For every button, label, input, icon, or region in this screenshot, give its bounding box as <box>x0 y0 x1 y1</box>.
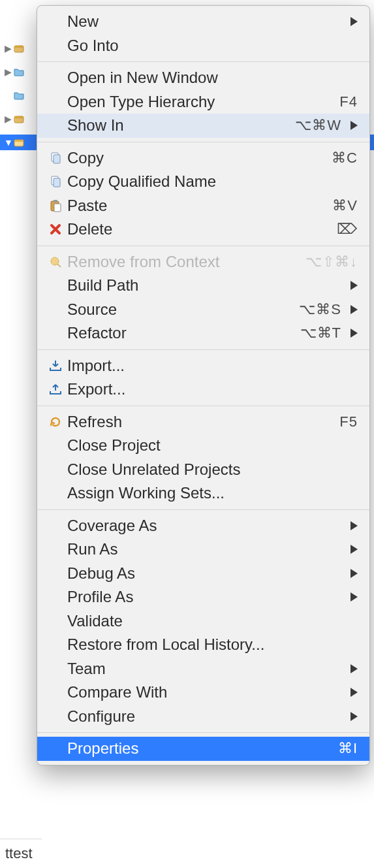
submenu-arrow-icon <box>351 569 358 578</box>
menu-item-label: Build Path <box>67 278 341 293</box>
menu-show-in[interactable]: Show In ⌥⌘W <box>37 114 369 138</box>
menu-properties[interactable]: Properties ⌘I <box>37 737 369 761</box>
refresh-icon <box>46 414 65 430</box>
blank-icon <box>46 661 65 677</box>
shortcut-label: ⌥⌘S <box>299 302 341 317</box>
menu-source[interactable]: Source ⌥⌘S <box>37 298 369 322</box>
menu-item-label: Show In <box>67 118 290 133</box>
tab-label: ttest <box>5 845 33 862</box>
menu-item-label: Validate <box>67 613 358 629</box>
submenu-arrow-icon <box>351 17 358 26</box>
menu-close-project[interactable]: Close Project <box>37 434 369 458</box>
menu-item-label: Export... <box>67 381 358 397</box>
blank-icon <box>46 438 65 453</box>
editor-tab[interactable]: ttest <box>0 839 42 868</box>
blank-icon <box>46 325 65 341</box>
blank-icon <box>46 709 65 724</box>
export-icon <box>46 381 65 397</box>
blank-icon <box>46 684 65 700</box>
disclosure-triangle-icon[interactable]: ▶ <box>4 67 12 77</box>
menu-item-label: Refresh <box>67 414 334 430</box>
paste-icon <box>46 198 65 214</box>
menu-go-into[interactable]: Go Into <box>37 34 369 58</box>
blank-icon <box>46 278 65 293</box>
blank-icon <box>46 94 65 110</box>
menu-item-label: Go Into <box>67 38 358 54</box>
menu-item-label: Team <box>67 661 341 677</box>
shortcut-label: ⌘V <box>332 199 358 213</box>
svg-rect-3 <box>14 116 23 118</box>
menu-paste[interactable]: Paste ⌘V <box>37 194 369 218</box>
menu-build-path[interactable]: Build Path <box>37 274 369 298</box>
blank-icon <box>46 118 65 133</box>
shortcut-label: ⌥⌘W <box>295 118 341 133</box>
blank-icon <box>46 518 65 534</box>
menu-close-unrelated-projects[interactable]: Close Unrelated Projects <box>37 458 369 482</box>
submenu-arrow-icon <box>351 329 358 338</box>
disclosure-triangle-icon[interactable]: ▶ <box>4 43 12 54</box>
menu-item-label: Profile As <box>67 589 341 605</box>
svg-rect-11 <box>54 200 57 202</box>
menu-open-new-window[interactable]: Open in New Window <box>37 66 369 90</box>
menu-import[interactable]: Import... <box>37 354 369 378</box>
delete-icon <box>46 221 65 237</box>
menu-delete[interactable]: Delete ⌦ <box>37 217 369 242</box>
blank-icon <box>46 38 65 54</box>
menu-validate[interactable]: Validate <box>37 609 369 634</box>
copy-icon <box>46 150 65 166</box>
menu-restore-from-history[interactable]: Restore from Local History... <box>37 633 369 657</box>
shortcut-label: F4 <box>339 95 358 109</box>
menu-separator <box>37 349 369 350</box>
menu-copy-qualified-name[interactable]: Copy Qualified Name <box>37 170 369 194</box>
menu-item-label: Compare With <box>67 684 341 700</box>
project-tree: ▶ ▶ ▶ ▶ ▼ <box>0 0 39 868</box>
shortcut-label: ⌘C <box>332 151 358 165</box>
blank-icon <box>46 741 65 756</box>
submenu-arrow-icon <box>351 281 358 290</box>
disclosure-triangle-icon[interactable]: ▼ <box>4 137 12 148</box>
menu-item-label: New <box>67 14 341 29</box>
submenu-arrow-icon <box>351 688 358 697</box>
package-icon <box>13 137 25 148</box>
blank-icon <box>46 589 65 605</box>
menu-compare-with[interactable]: Compare With <box>37 681 369 705</box>
menu-profile-as[interactable]: Profile As <box>37 585 369 609</box>
blank-icon <box>46 70 65 86</box>
disclosure-triangle-icon[interactable]: ▶ <box>4 114 12 124</box>
menu-copy[interactable]: Copy ⌘C <box>37 146 369 170</box>
menu-export[interactable]: Export... <box>37 378 369 402</box>
menu-separator <box>37 61 369 62</box>
submenu-arrow-icon <box>351 592 358 602</box>
menu-item-label: Run As <box>67 541 341 557</box>
shortcut-label: ⌦ <box>337 222 358 236</box>
blank-icon <box>46 302 65 317</box>
remove-context-icon <box>46 254 65 270</box>
menu-refresh[interactable]: Refresh F5 <box>37 410 369 434</box>
blank-icon <box>46 637 65 652</box>
menu-run-as[interactable]: Run As <box>37 538 369 562</box>
menu-open-type-hierarchy[interactable]: Open Type Hierarchy F4 <box>37 90 369 114</box>
menu-coverage-as[interactable]: Coverage As <box>37 514 369 538</box>
menu-assign-working-sets[interactable]: Assign Working Sets... <box>37 481 369 506</box>
submenu-arrow-icon <box>351 121 358 130</box>
menu-debug-as[interactable]: Debug As <box>37 562 369 586</box>
svg-rect-12 <box>54 204 61 212</box>
menu-item-label: Configure <box>67 709 341 724</box>
menu-team[interactable]: Team <box>37 657 369 681</box>
menu-item-label: Open in New Window <box>67 70 358 86</box>
blank-icon <box>46 485 65 501</box>
menu-new[interactable]: New <box>37 10 369 34</box>
blank-icon <box>46 14 65 29</box>
submenu-arrow-icon <box>351 521 358 530</box>
menu-item-label: Refactor <box>67 325 295 341</box>
menu-separator <box>37 732 369 733</box>
menu-item-label: Paste <box>67 198 327 214</box>
menu-refactor[interactable]: Refactor ⌥⌘T <box>37 321 369 346</box>
menu-configure[interactable]: Configure <box>37 705 369 729</box>
submenu-arrow-icon <box>351 712 358 721</box>
submenu-arrow-icon <box>351 305 358 314</box>
menu-item-label: Import... <box>67 358 358 374</box>
copy-icon <box>46 174 65 189</box>
package-icon <box>13 42 25 54</box>
menu-item-label: Copy Qualified Name <box>67 174 358 189</box>
